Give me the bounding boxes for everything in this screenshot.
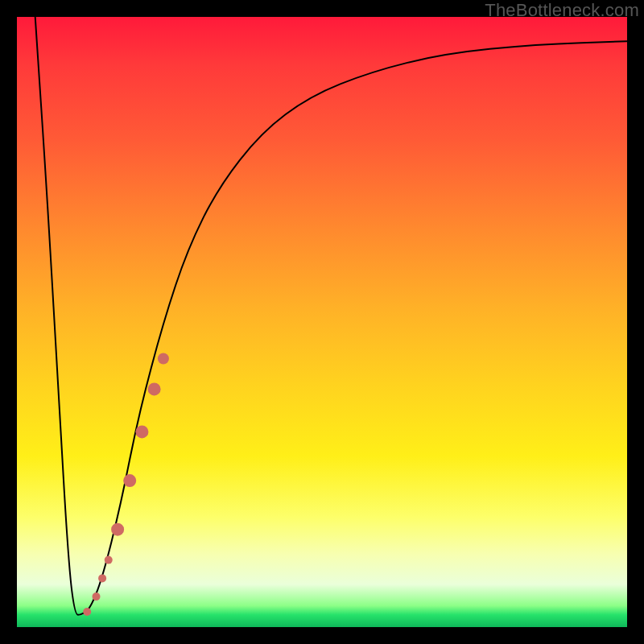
curve-marker [93, 592, 101, 601]
chart-frame: TheBottleneck.com [0, 0, 644, 644]
curve-marker [111, 523, 124, 536]
watermark-text: TheBottleneck.com [485, 0, 639, 21]
curve-marker [105, 556, 113, 564]
plot-area [17, 17, 627, 627]
curve-marker [98, 574, 106, 582]
curve-marker [123, 474, 136, 487]
curve-marker [83, 608, 91, 616]
highlighted-segment [83, 353, 169, 617]
bottleneck-curve-svg [17, 17, 627, 627]
curve-marker [158, 353, 169, 365]
curve-marker [135, 425, 148, 438]
bottleneck-curve [35, 17, 627, 615]
curve-marker [148, 382, 161, 395]
